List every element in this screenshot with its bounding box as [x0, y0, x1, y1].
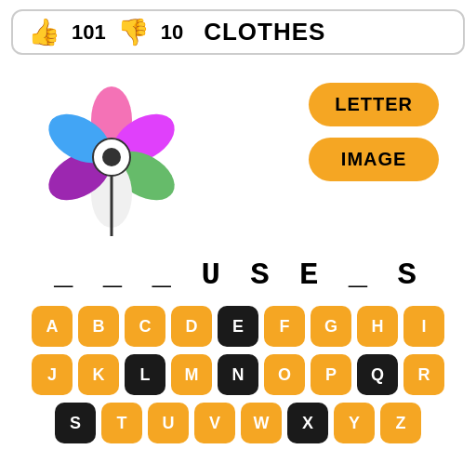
key-y[interactable]: Y: [334, 403, 375, 443]
flower-image: [19, 64, 205, 250]
key-n[interactable]: N: [218, 354, 258, 395]
keyboard: ABCDEFGHIJKLMNOPQRSTUVWXYZ: [0, 306, 476, 443]
key-row-2: STUVWXYZ: [55, 403, 421, 443]
key-g[interactable]: G: [311, 306, 351, 347]
key-q[interactable]: Q: [357, 354, 398, 395]
hint-buttons-container: LETTER IMAGE: [309, 83, 439, 181]
key-s[interactable]: S: [55, 403, 96, 443]
thumbs-down-icon: 👎: [117, 17, 150, 47]
key-v[interactable]: V: [194, 403, 235, 443]
key-e[interactable]: E: [218, 306, 258, 347]
letter-hint-button[interactable]: LETTER: [309, 83, 439, 126]
key-j[interactable]: J: [32, 354, 73, 395]
key-l[interactable]: L: [125, 354, 165, 395]
key-z[interactable]: Z: [380, 403, 421, 443]
key-b[interactable]: B: [78, 306, 119, 347]
key-row-0: ABCDEFGHI: [32, 306, 444, 347]
likes-count: 101: [72, 20, 106, 45]
key-o[interactable]: O: [264, 354, 305, 395]
key-w[interactable]: W: [241, 403, 282, 443]
key-d[interactable]: D: [171, 306, 212, 347]
key-m[interactable]: M: [171, 354, 212, 395]
image-hint-button[interactable]: IMAGE: [309, 138, 439, 181]
key-row-1: JKLMNOPQR: [32, 354, 444, 395]
key-x[interactable]: X: [287, 403, 328, 443]
key-r[interactable]: R: [403, 354, 444, 395]
key-i[interactable]: I: [403, 306, 444, 347]
key-t[interactable]: T: [101, 403, 142, 443]
key-p[interactable]: P: [311, 354, 351, 395]
svg-point-7: [102, 148, 121, 166]
word-display: _ _ _ U S E _ S: [0, 258, 476, 293]
dislikes-count: 10: [161, 20, 183, 45]
key-h[interactable]: H: [357, 306, 398, 347]
key-c[interactable]: C: [125, 306, 165, 347]
key-f[interactable]: F: [264, 306, 305, 347]
category-label: CLOTHES: [204, 18, 325, 46]
top-bar: 👍 101 👎 10 CLOTHES: [11, 9, 465, 55]
key-a[interactable]: A: [32, 306, 73, 347]
middle-section: LETTER IMAGE: [0, 64, 476, 250]
thumbs-up-icon: 👍: [28, 17, 60, 47]
key-u[interactable]: U: [148, 403, 189, 443]
key-k[interactable]: K: [78, 354, 119, 395]
